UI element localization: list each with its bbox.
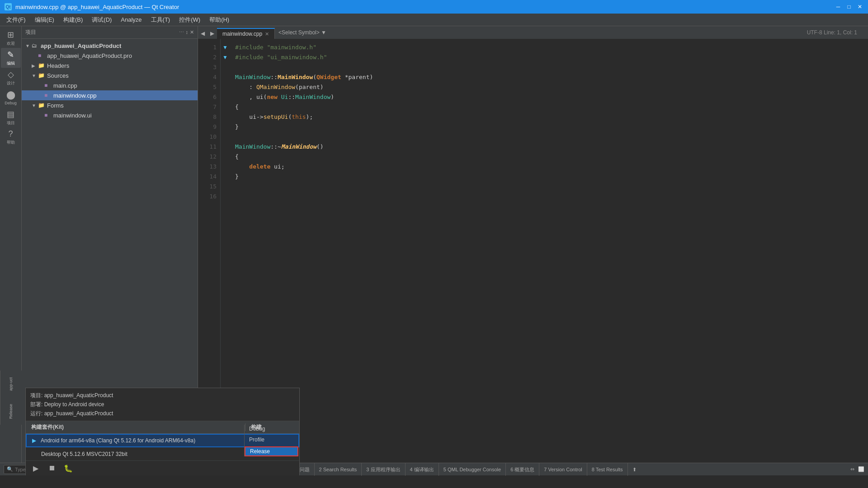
sidebar-item-debug[interactable]: ⬤ Debug [1, 88, 21, 108]
edit-label: 编辑 [7, 61, 15, 66]
arrow-sources: ▼ [32, 73, 38, 78]
tree-item-root[interactable]: ▼ 🗂 app_huawei_AquaticProduct [22, 41, 198, 51]
status-extra: ⬜ [858, 466, 864, 472]
tab-nav-back[interactable]: ◀ [198, 28, 208, 39]
maximize-button[interactable]: □ [845, 3, 853, 10]
design-icon: ◇ [8, 70, 14, 80]
kit-table: 构建套件(Kit) 构建 ▶ Android for arm64-v8a (Cl… [26, 421, 299, 461]
sync-btn[interactable]: ↕ [186, 29, 189, 35]
sidebar-item-welcome[interactable]: ⊞ 欢迎 [1, 28, 21, 48]
app-icon: Qt [5, 3, 12, 10]
build-option-debug[interactable]: Debug [245, 425, 298, 433]
kit-build-android: Debug Profile Release [244, 425, 298, 456]
project-label: 项目 [7, 120, 15, 126]
menu-analyze[interactable]: Analyze [116, 14, 146, 25]
status-tab-overview[interactable]: 6 概要信息 [506, 463, 539, 476]
encoding-info: UTF-8 Line: 1, Col: 1 [807, 29, 857, 36]
tree-label-mainwindow-cpp: mainwindow.cpp [53, 92, 194, 99]
run-stop-button[interactable]: ⏹ [47, 463, 57, 474]
minimize-button[interactable]: ─ [835, 3, 842, 10]
design-label: 设计 [7, 80, 15, 86]
run-controls: ▶ ⏹ 🐛 [26, 461, 299, 475]
tab-close-mainwindow[interactable]: ✕ [265, 31, 269, 37]
build-option-release[interactable]: Release [245, 446, 298, 456]
status-tab-qml[interactable]: 5 QML Debugger Console [439, 463, 506, 476]
menu-file[interactable]: 文件(F) [2, 14, 30, 26]
search-icon: 🔍 [7, 466, 13, 472]
run-info: 运行: app_huawei_AquaticProduct [30, 409, 295, 418]
debug-icon: ⬤ [6, 90, 15, 100]
forms-folder-icon: 📁 [38, 102, 45, 108]
status-tab-compile[interactable]: 4 编译输出 [406, 463, 439, 476]
run-debug-button[interactable]: 🐛 [63, 463, 74, 474]
status-tab-app-output[interactable]: 3 应用程序输出 [362, 463, 405, 476]
tree-item-pro[interactable]: ■ app_huawei_AquaticProduct.pro [22, 51, 198, 61]
close-panel-btn[interactable]: ✕ [190, 29, 194, 35]
tree-label-forms: Forms [47, 102, 194, 109]
tree-label-pro: app_huawei_AquaticProduct.pro [47, 52, 194, 59]
sidebar-item-edit[interactable]: ✎ 编辑 [1, 48, 21, 68]
title-left: Qt mainwindow.cpp @ app_huawei_AquaticPr… [5, 3, 179, 10]
tab-mainwindow-cpp[interactable]: mainwindow.cpp ✕ [217, 28, 275, 39]
menu-edit[interactable]: 编辑(E) [30, 14, 59, 26]
window-title: mainwindow.cpp @ app_huawei_AquaticProdu… [15, 4, 179, 10]
arrow-headers: ▶ [32, 63, 38, 68]
tree-label-headers: Headers [47, 62, 194, 69]
help-icon: ? [8, 129, 13, 139]
status-tabs: 1 问题 2 Search Results 3 应用程序输出 4 编译输出 5 … [291, 463, 641, 476]
kit-name-desktop: Desktop Qt 5.12.6 MSVC2017 32bit [26, 451, 245, 457]
tree-item-headers[interactable]: ▶ 📁 Headers [22, 61, 198, 70]
edit-icon: ✎ [7, 50, 14, 60]
kit-column-header: 构建套件(Kit) [26, 423, 245, 431]
sources-folder-icon: 📁 [38, 72, 45, 79]
sidebar-item-design[interactable]: ◇ 设计 [1, 68, 21, 88]
build-option-profile[interactable]: Profile [245, 436, 298, 444]
filter-btn[interactable]: ⋯ [179, 29, 184, 35]
sidebar-item-project[interactable]: ▤ 项目 [1, 108, 21, 127]
kit-row-android[interactable]: ▶ Android for arm64-v8a (Clang Qt 5.12.6… [26, 434, 299, 447]
run-button[interactable]: ▶ [30, 463, 41, 474]
status-tab-expand[interactable]: ⬆ [628, 463, 641, 476]
window-controls[interactable]: ─ □ ✕ [835, 3, 863, 10]
kit-label-desktop: Desktop Qt 5.12.6 MSVC2017 32bit [41, 451, 127, 457]
pro-file-icon: ■ [38, 52, 45, 59]
debug-label: Debug [5, 101, 17, 105]
kit-name-android: ▶ Android for arm64-v8a (Clang Qt 5.12.6… [27, 437, 244, 444]
status-tab-vcs[interactable]: 7 Version Control [539, 463, 587, 476]
tree-label-sources: Sources [47, 72, 194, 79]
cpp-file-icon-mainwindow: ■ [44, 92, 52, 99]
status-tab-test[interactable]: 8 Test Results [587, 463, 628, 476]
menu-help[interactable]: 帮助(H) [205, 14, 234, 26]
tab-nav-forward[interactable]: ▶ [208, 28, 217, 39]
tree-item-mainwindow-cpp[interactable]: ■ mainwindow.cpp [22, 90, 198, 100]
status-bar-right: ⇔ ⬜ [850, 466, 864, 472]
project-info: 项目: app_huawei_AquaticProduct [30, 391, 295, 400]
welcome-label: 欢迎 [7, 41, 15, 47]
menu-debug[interactable]: 调试(D) [87, 14, 116, 26]
project-panel-controls: ⋯ ↕ ✕ [179, 29, 194, 35]
menu-controls[interactable]: 控件(W) [175, 14, 205, 26]
project-panel-title: 项目 [25, 28, 36, 36]
sidebar-item-help[interactable]: ? 帮助 [1, 127, 21, 147]
status-tab-search[interactable]: 2 Search Results [315, 463, 362, 476]
menu-tools[interactable]: 工具(T) [146, 14, 175, 26]
project-panel-header: 项目 ⋯ ↕ ✕ [22, 26, 198, 39]
close-button[interactable]: ✕ [856, 3, 863, 10]
help-label: 帮助 [7, 140, 15, 145]
arrow-forms: ▼ [32, 103, 38, 108]
code-content[interactable]: #include "mainwindow.h" #include "ui_mai… [230, 39, 868, 463]
tree-item-main-cpp[interactable]: ■ main.cpp [22, 80, 198, 90]
symbol-bar: <Select Symbol> ▼ UTF-8 Line: 1, Col: 1 [275, 26, 868, 39]
tree-item-mainwindow-ui[interactable]: ■ mainwindow.ui [22, 110, 198, 120]
select-symbol-dropdown[interactable]: <Select Symbol> ▼ [278, 29, 326, 36]
tree-item-sources[interactable]: ▼ 📁 Sources [22, 70, 198, 80]
tree-label-root: app_huawei_AquaticProduct [41, 42, 194, 49]
tree-item-forms[interactable]: ▼ 📁 Forms [22, 100, 198, 110]
cpp-file-icon-main: ■ [44, 82, 52, 89]
menu-build[interactable]: 构建(B) [59, 14, 87, 26]
kit-dropdown-panel: 项目: app_huawei_AquaticProduct 部署: Deploy… [25, 388, 300, 475]
menu-bar: 文件(F) 编辑(E) 构建(B) 调试(D) Analyze 工具(T) 控件… [0, 14, 868, 26]
arrow-root: ▼ [25, 43, 32, 48]
status-spacing-icon: ⇔ [850, 466, 854, 472]
ui-file-icon: ■ [44, 112, 52, 118]
